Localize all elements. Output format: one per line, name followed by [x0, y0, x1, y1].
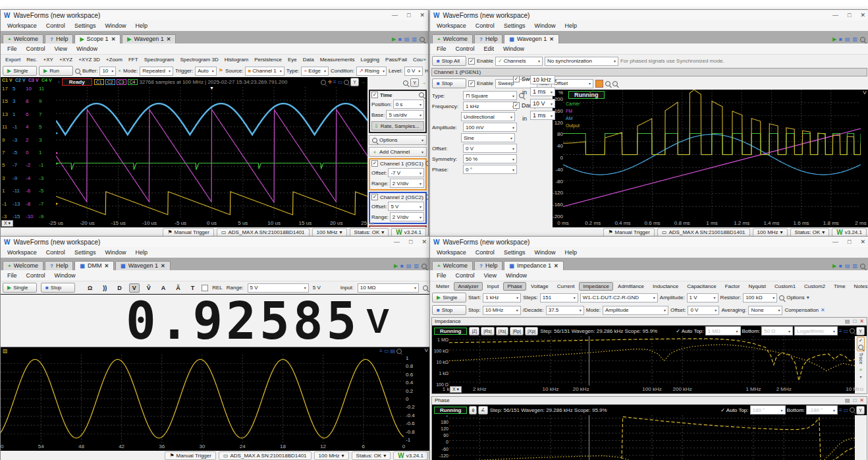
- menu-item[interactable]: Window: [101, 22, 130, 30]
- zoom-icon[interactable]: [403, 80, 408, 86]
- damp-shape-select[interactable]: Sine: [461, 133, 515, 142]
- pan-icon[interactable]: ▭: [844, 407, 849, 413]
- zoom-icon[interactable]: [860, 37, 865, 42]
- zoom-icon[interactable]: [858, 345, 863, 350]
- fit-icon[interactable]: ≡: [839, 407, 842, 413]
- damp-checkbox[interactable]: [513, 102, 520, 109]
- impedance-plot-canvas[interactable]: [449, 336, 855, 386]
- titlebar[interactable]: W WaveForms (new workspace) —□✕: [1, 237, 430, 247]
- channel-color-swatch[interactable]: [595, 80, 603, 88]
- close-button[interactable]: ✕: [859, 397, 864, 403]
- maximize-button[interactable]: □: [848, 12, 851, 18]
- time-checkbox[interactable]: [371, 92, 378, 98]
- dmm-plot-canvas[interactable]: [1, 355, 404, 443]
- channel-offset-select[interactable]: -7 V: [388, 168, 424, 177]
- menu-item[interactable]: Control: [42, 248, 69, 256]
- scale-select[interactable]: Logarithmic: [794, 326, 838, 335]
- tab[interactable]: ?Help: [45, 34, 73, 43]
- window-split-icon[interactable]: ▥: [852, 36, 857, 42]
- damp-in-select[interactable]: 1 ms: [530, 111, 553, 120]
- tab-close-icon[interactable]: ✕: [111, 36, 116, 42]
- menu-item[interactable]: Workspace: [3, 22, 41, 30]
- legend-item[interactable]: AM: [566, 115, 580, 122]
- zoom-icon[interactable]: [396, 349, 402, 354]
- view-tab[interactable]: Inductance: [649, 282, 682, 291]
- device-selector[interactable]: ▭ADS_MAX A SN:210018BD1401: [219, 451, 312, 460]
- menu-item[interactable]: Window: [72, 45, 101, 53]
- view-toolbar-item[interactable]: Pass/Fail: [383, 56, 410, 63]
- type-select[interactable]: ⌁Edge: [301, 67, 329, 76]
- menu-item[interactable]: File: [433, 45, 450, 53]
- enable-checkbox[interactable]: [468, 80, 475, 87]
- expand-icon[interactable]: →: [360, 79, 366, 85]
- resistor-select[interactable]: 100 kΩ: [743, 293, 777, 302]
- amplitude-select[interactable]: 100 mV: [463, 123, 517, 132]
- preview-icon[interactable]: [612, 81, 618, 86]
- collapse-icon[interactable]: ‹: [58, 79, 60, 85]
- zoom-icon[interactable]: [419, 92, 424, 98]
- channel-offset-select[interactable]: 5 V: [388, 202, 424, 211]
- view-tab[interactable]: Custom2: [800, 282, 829, 291]
- zoom-icon[interactable]: [321, 80, 326, 85]
- steps-select[interactable]: 151: [540, 293, 578, 302]
- run-all-icon[interactable]: ▶: [832, 263, 836, 269]
- rate-samples-link[interactable]: ⇩Rate, Samples...: [371, 121, 424, 130]
- fit-icon[interactable]: ≡: [379, 348, 383, 354]
- view-tab[interactable]: Capacitance: [683, 282, 720, 291]
- run-all-icon[interactable]: ▶: [832, 36, 836, 42]
- phase-plot-canvas[interactable]: [449, 415, 855, 460]
- view-tab[interactable]: Impedance: [579, 282, 613, 291]
- zoom-icon[interactable]: [850, 407, 855, 413]
- pan-icon[interactable]: ▭: [844, 328, 849, 334]
- menu-item[interactable]: Settings: [500, 248, 529, 256]
- window-split-icon[interactable]: ▥: [412, 36, 417, 42]
- channels-select[interactable]: ✓Channels: [495, 57, 543, 66]
- stop-button[interactable]: ■Stop: [41, 283, 75, 293]
- zoom-icon[interactable]: [425, 194, 428, 200]
- symmetry-select[interactable]: 50 %: [463, 154, 517, 163]
- y-axis-button[interactable]: Y: [856, 406, 865, 415]
- zoom-icon[interactable]: [420, 37, 425, 42]
- titlebar[interactable]: W WaveForms (new workspace) —□✕: [430, 237, 868, 247]
- view-tab[interactable]: Factor: [721, 282, 744, 291]
- per-decade-select[interactable]: 37.5: [546, 306, 584, 315]
- view-toolbar-item[interactable]: +XYZ 3D: [76, 56, 103, 63]
- time-base-select[interactable]: 5 us/div: [386, 110, 424, 119]
- x-axis-selector[interactable]: X ▾: [450, 386, 462, 393]
- stop-button[interactable]: ■Stop: [432, 305, 466, 315]
- trigger-select[interactable]: Auto: [195, 67, 216, 76]
- dmm-mode-button[interactable]: )): [99, 283, 110, 293]
- channel-checkbox[interactable]: [371, 194, 378, 200]
- window-split-icon[interactable]: ▥: [414, 263, 419, 269]
- minimize-button[interactable]: —: [394, 239, 400, 245]
- titlebar[interactable]: W WaveForms (new workspace) —□✕: [1, 10, 428, 20]
- menu-item[interactable]: Window: [502, 272, 531, 279]
- view-toolbar-item[interactable]: Spectrogram: [142, 56, 177, 63]
- run-all-icon[interactable]: ▶: [394, 263, 398, 269]
- menu-item[interactable]: Control: [472, 248, 499, 256]
- tab[interactable]: +Welcome: [3, 34, 43, 43]
- maximize-button[interactable]: □: [409, 239, 412, 245]
- tab[interactable]: +Welcome: [3, 261, 43, 270]
- zoom-icon[interactable]: [421, 264, 427, 269]
- channel1-offset-marker[interactable]: ▶: [56, 201, 58, 206]
- tab-close-icon[interactable]: ✕: [167, 36, 171, 42]
- buffer-select[interactable]: 10: [99, 67, 116, 76]
- status-indicator[interactable]: Status: OK ▾: [352, 451, 391, 460]
- zoom-icon[interactable]: [850, 328, 855, 333]
- menu-item[interactable]: Settings: [70, 22, 100, 30]
- maximize-button[interactable]: □: [848, 239, 851, 245]
- view-toolbar-item[interactable]: Measurements: [317, 56, 358, 63]
- view-toolbar-item[interactable]: +Zoom: [103, 56, 125, 63]
- menu-item[interactable]: Workspace: [433, 248, 470, 256]
- y-axis-button[interactable]: Y: [350, 78, 359, 86]
- sync-select[interactable]: No synchronization: [545, 57, 618, 66]
- menu-item[interactable]: Control: [42, 22, 69, 30]
- buffer-zoom-icon[interactable]: [75, 69, 80, 74]
- tab[interactable]: ▦Impedance 1✕: [504, 261, 563, 270]
- y-axis-button[interactable]: Y: [410, 78, 419, 87]
- menu-item[interactable]: Control: [472, 22, 499, 30]
- window-layout-icon[interactable]: ▤: [404, 36, 410, 42]
- menu-item[interactable]: Help: [131, 248, 151, 256]
- condition-select[interactable]: ↗Rising: [356, 67, 387, 76]
